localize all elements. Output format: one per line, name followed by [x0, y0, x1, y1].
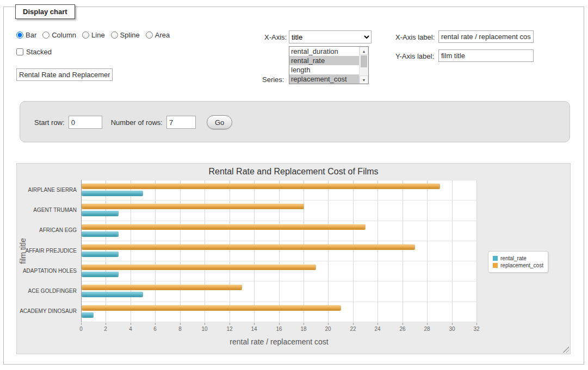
series-option-rental_rate[interactable]: rental_rate [289, 56, 359, 65]
fieldset-legend: Display chart [15, 4, 75, 19]
chart-type-radio-line[interactable] [82, 32, 89, 39]
gridline-horizontal [82, 241, 477, 241]
chart-type-radio-column[interactable] [42, 32, 49, 39]
x-axis-label-input[interactable] [438, 30, 534, 43]
chart-type-label: Area [155, 31, 170, 39]
bar-rental_rate[interactable] [82, 191, 143, 196]
x-tick-label: 32 [473, 326, 479, 332]
bar-replacement_cost[interactable] [82, 244, 415, 250]
category-label: AFFAIR PREJUDICE [17, 248, 77, 254]
gridline-horizontal [82, 281, 477, 281]
bar-replacement_cost[interactable] [82, 184, 440, 189]
num-rows-label: Number of rows: [111, 118, 163, 127]
scroll-up-icon[interactable]: ▲ [360, 47, 368, 55]
x-tick-label: 6 [153, 326, 157, 332]
x-tick-label: 30 [449, 326, 455, 332]
bar-replacement_cost[interactable] [82, 204, 304, 209]
gridline-horizontal [82, 322, 477, 322]
y-axis-label-input[interactable] [438, 49, 534, 62]
chart-title-input[interactable] [16, 68, 113, 81]
category-label: ACADEMY DINOSAUR [17, 308, 77, 314]
axis-tick [81, 323, 82, 325]
chart-x-axis-title: rental rate / replacement cost [81, 337, 477, 346]
gridline-horizontal [82, 221, 477, 221]
num-rows-input[interactable] [166, 116, 196, 129]
bar-replacement_cost[interactable] [82, 265, 316, 270]
category-label: AFRICAN EGG [17, 227, 77, 233]
resize-grip-icon[interactable] [562, 346, 569, 353]
bar-rental_rate[interactable] [82, 252, 119, 257]
axis-tick [155, 323, 156, 325]
bar-replacement_cost[interactable] [82, 305, 341, 311]
category-label: AGENT TRUMAN [17, 207, 77, 213]
series-option-replacement_cost[interactable]: replacement_cost [289, 74, 359, 84]
gridline-horizontal [82, 261, 477, 261]
chart-type-option-line[interactable]: Line [82, 31, 105, 39]
gridline-vertical [427, 180, 428, 322]
x-tick-label: 8 [178, 326, 182, 332]
series-scrollbar[interactable]: ▲ ▼ [359, 47, 368, 84]
x-tick-label: 4 [129, 326, 132, 332]
x-tick-label: 12 [226, 326, 232, 332]
start-row-label: Start row: [34, 118, 65, 127]
chart-type-option-column[interactable]: Column [42, 31, 76, 39]
bar-rental_rate[interactable] [82, 211, 119, 216]
axis-tick [427, 323, 428, 325]
stacked-row: Stacked [16, 48, 52, 56]
scrollbar-thumb[interactable] [361, 55, 367, 67]
y-axis-label-field-text: Y-Axis label: [395, 52, 434, 60]
x-tick-label: 26 [399, 326, 405, 332]
x-tick-label: 24 [374, 326, 380, 332]
go-button[interactable]: Go [207, 115, 232, 129]
series-options: rental_durationrental_ratelengthreplacem… [289, 47, 359, 84]
axis-tick [254, 323, 255, 325]
category-label: ADAPTATION HOLES [17, 268, 77, 274]
series-option-rental_duration[interactable]: rental_duration [289, 47, 359, 56]
start-row-input[interactable] [69, 116, 102, 129]
series-option-length[interactable]: length [289, 65, 359, 74]
chart-type-radio-bar[interactable] [16, 32, 23, 39]
chart-type-label: Line [91, 31, 105, 39]
chart-type-option-bar[interactable]: Bar [16, 31, 36, 39]
x-tick-label: 14 [251, 326, 257, 332]
bar-replacement_cost[interactable] [82, 285, 242, 290]
chart-plot [81, 180, 477, 322]
gridline-vertical [476, 180, 477, 322]
chart-type-label: Spline [120, 31, 140, 39]
x-tick-label: 18 [300, 326, 306, 332]
bar-rental_rate[interactable] [82, 231, 119, 237]
x-tick-label: 16 [276, 326, 282, 332]
axis-tick [279, 323, 280, 325]
x-tick-label: 10 [201, 326, 207, 332]
chart-type-radio-spline[interactable] [111, 32, 118, 39]
chart-type-radio-area[interactable] [146, 32, 153, 39]
chart-type-option-area[interactable]: Area [146, 31, 170, 39]
bar-rental_rate[interactable] [82, 292, 143, 297]
legend-item-rental_rate[interactable]: rental_rate [493, 255, 543, 261]
scrollbar-track[interactable] [360, 68, 368, 76]
x-tick-label: 20 [325, 326, 331, 332]
x-tick-label: 2 [104, 326, 107, 332]
bar-replacement_cost[interactable] [82, 224, 366, 230]
scroll-down-icon[interactable]: ▼ [360, 76, 368, 84]
x-axis-label-text: X-Axis: [264, 33, 287, 41]
x-axis-select[interactable]: title [289, 30, 372, 43]
category-label: AIRPLANE SIERRA [17, 187, 77, 193]
legend-item-replacement_cost[interactable]: replacement_cost [493, 262, 543, 268]
gridline-horizontal [82, 200, 477, 200]
gridline-vertical [131, 180, 131, 322]
bar-rental_rate[interactable] [82, 272, 119, 277]
x-axis-label-field-text: X-Axis label: [395, 33, 435, 41]
legend-swatch [493, 263, 498, 268]
axis-tick [353, 323, 354, 325]
x-tick-label: 28 [424, 326, 430, 332]
bar-rental_rate[interactable] [82, 312, 94, 318]
axis-tick [403, 323, 403, 325]
gridline-vertical [230, 180, 230, 322]
stacked-checkbox[interactable] [16, 48, 23, 55]
series-listbox[interactable]: rental_durationrental_ratelengthreplacem… [289, 46, 369, 84]
legend-swatch [493, 256, 498, 261]
chart-type-option-spline[interactable]: Spline [111, 31, 140, 39]
gridline-vertical [328, 180, 329, 322]
chart-title: Rental Rate and Replacement Cost of Film… [17, 167, 570, 177]
